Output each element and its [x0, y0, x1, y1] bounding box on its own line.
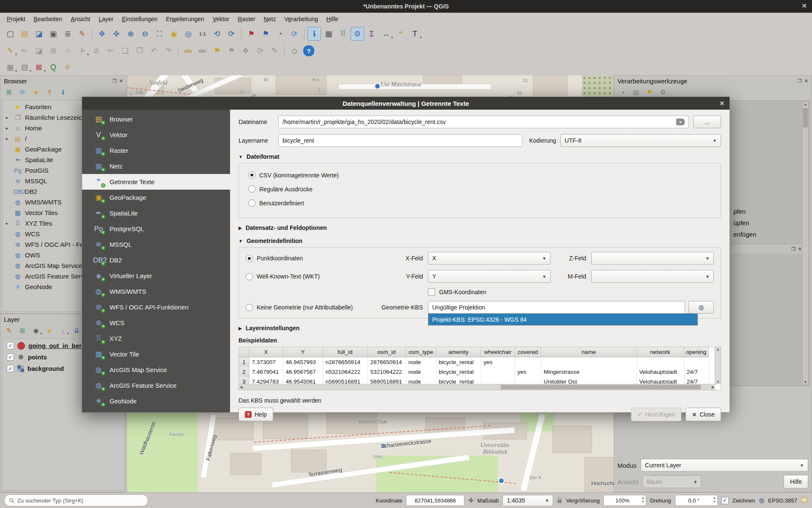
source-type-tab[interactable]: ≋ MSSQL — [82, 237, 230, 252]
menu-item[interactable]: Ansicht — [66, 14, 94, 25]
magnifier-spinbox[interactable]: 100% ▲▼ — [604, 495, 646, 506]
show-bookmarks-icon[interactable]: ⚑▾ — [259, 27, 272, 41]
record-options-section-header[interactable]: ▶ Datensatz- und Feldoptionen — [239, 224, 721, 231]
spinner-arrows-icon[interactable]: ▲▼ — [642, 496, 645, 503]
source-type-tab[interactable]: ◍ WMS/WMTS — [82, 284, 230, 299]
geometry-section-header[interactable]: ▼ Geometriedefinition — [239, 237, 721, 244]
float-panel-icon[interactable]: ❐ — [798, 78, 802, 84]
pan-to-selection-icon[interactable]: ✜▾ — [110, 27, 123, 41]
radio-icon[interactable] — [246, 255, 253, 262]
scroll-down-icon[interactable]: ▼ — [803, 380, 808, 384]
m-field-combobox[interactable]: ▼ — [591, 270, 714, 283]
change-label-icon[interactable]: ✎▾ — [268, 44, 281, 58]
menu-item[interactable]: Projekt — [3, 14, 30, 25]
close-panel-icon[interactable]: ✕ — [804, 78, 808, 84]
gms-option[interactable]: GMS-Koordinaten — [428, 288, 714, 295]
encoding-combobox[interactable]: UTF-8▼ — [560, 134, 721, 147]
scale-combobox[interactable]: 1:4035▼ — [502, 495, 553, 506]
radio-icon[interactable] — [246, 304, 253, 311]
menu-item[interactable]: Bearbeiten — [30, 14, 67, 25]
highlight-pinned-labels-icon[interactable]: ⚑▾ — [225, 44, 238, 58]
gms-checkbox[interactable] — [428, 288, 435, 295]
filter-legend-icon[interactable]: ▼▾ — [44, 325, 55, 337]
algorithm-item[interactable]: pfen — [733, 206, 756, 217]
save-project-icon[interactable]: ◪▾ — [32, 27, 46, 41]
zoom-native-icon[interactable]: 1:1▾ — [196, 27, 209, 41]
open-project-icon[interactable]: ▤▾ — [18, 27, 31, 41]
float-panel-icon[interactable]: ❐ — [791, 246, 796, 252]
layer-styling-icon[interactable]: ✎▾ — [3, 325, 15, 337]
zoom-out-icon[interactable]: ⊖▾ — [138, 27, 152, 41]
crs-dropdown-option[interactable]: Projekt-KBS: EPSG:4326 - WGS 84 — [428, 314, 697, 325]
menu-item[interactable]: Raster — [233, 14, 259, 25]
zoom-in-icon[interactable]: ⊕▾ — [124, 27, 137, 41]
table-column-header[interactable]: Y — [283, 347, 323, 357]
plugin-icon[interactable]: ◇▾ — [288, 44, 301, 58]
y-field-combobox[interactable]: Y▼ — [428, 270, 551, 283]
table-column-header[interactable]: osm_id — [368, 347, 406, 357]
messages-icon[interactable] — [801, 497, 808, 503]
select-crs-button[interactable]: ◍ — [689, 301, 714, 314]
properties-widget-icon[interactable]: ℹ — [57, 86, 69, 98]
source-type-tab[interactable]: ✳ GeoNode — [82, 393, 230, 409]
expander-icon[interactable]: ▸ — [6, 115, 8, 120]
rotate-label-icon[interactable]: ⟳▾ — [253, 44, 267, 58]
locator-search-input[interactable]: Zu suchender Typ (Strg+K) — [4, 494, 148, 506]
table-horizontal-scrollbar[interactable]: ◀ ▶ — [239, 384, 715, 390]
new-project-icon[interactable]: ▢▾ — [3, 27, 17, 41]
refresh-browser-icon[interactable]: ⟳ — [16, 86, 28, 98]
filter-by-expression-icon[interactable]: ε▾ — [57, 325, 69, 337]
current-edits-icon[interactable]: ✎▾ — [3, 44, 17, 58]
processing-toolbox-icon[interactable]: ⚙▾ — [351, 27, 364, 41]
lock-scale-icon[interactable] — [557, 497, 562, 503]
close-panel-icon[interactable]: ✕ — [119, 78, 123, 84]
table-column-header[interactable]: full_id — [323, 347, 368, 357]
table-column-header[interactable]: name — [541, 347, 636, 357]
source-type-tab[interactable]: DB2 DB2 — [82, 252, 230, 268]
scrollbar-thumb[interactable] — [803, 108, 808, 127]
source-type-tab[interactable]: ⊕ WCS — [82, 315, 230, 331]
add-group-icon[interactable]: ⊞▾ — [16, 325, 28, 337]
menu-item[interactable]: Netz — [260, 14, 280, 25]
expander-icon[interactable]: ▸ — [6, 126, 8, 130]
quickosm-icon[interactable]: Q▾ — [47, 61, 60, 74]
save-edits-icon[interactable]: ◪▾ — [32, 44, 46, 58]
source-type-tab[interactable]: ❞ Getrennte Texte — [82, 174, 230, 190]
browse-file-button[interactable]: ... — [693, 116, 721, 128]
close-button[interactable]: ✕ Close — [686, 408, 721, 421]
spinner-arrows-icon[interactable]: ▲▼ — [713, 496, 716, 503]
layer-settings-section-header[interactable]: ▶ Layereinstellungen — [239, 325, 721, 331]
source-type-tab[interactable]: ⊛ WFS / OGC API-Funktionen — [82, 299, 230, 315]
menu-item[interactable]: Einstellungen — [118, 14, 162, 25]
rotation-spinbox[interactable]: 0,0 ° ▲▼ — [675, 495, 718, 506]
source-type-tab[interactable]: V Vektor — [82, 127, 230, 143]
refresh-map-icon[interactable]: ⟳▾ — [288, 27, 301, 41]
pan-map-icon[interactable]: ✥▾ — [95, 27, 109, 41]
format-radio-option[interactable]: CSV (kommagetrennte Werte) — [248, 171, 714, 179]
zoom-next-icon[interactable]: ⟳▾ — [225, 27, 238, 41]
source-type-tab[interactable]: ◍ ArcGIS Feature Service — [82, 378, 230, 393]
z-field-combobox[interactable]: ▼ — [591, 252, 714, 265]
pin-labels-icon[interactable]: ⚑▾ — [210, 44, 224, 58]
source-type-tab[interactable]: ⠿ XYZ — [82, 331, 230, 346]
zoom-to-selection-icon[interactable]: ◉▾ — [167, 27, 181, 41]
scroll-left-icon[interactable]: ◀ — [240, 384, 242, 390]
scroll-right-icon[interactable]: ▶ — [712, 384, 714, 390]
table-vertical-scrollbar[interactable]: ▲ ▼ — [715, 347, 721, 384]
menu-item[interactable]: Vektor — [208, 14, 234, 25]
menu-item[interactable]: Hilfe — [322, 14, 343, 25]
scroll-down-icon[interactable]: ▼ — [715, 380, 721, 384]
identify-features-icon[interactable]: ℹ▾ — [307, 27, 321, 41]
processing-scrollbar[interactable]: ▲ ▼ — [802, 102, 809, 385]
float-panel-icon[interactable]: ❐ — [112, 78, 117, 84]
radio-icon[interactable] — [248, 171, 255, 179]
geometry-crs-combobox[interactable]: Ungültige Projektion — [428, 301, 685, 314]
scroll-up-icon[interactable]: ▲ — [715, 348, 721, 351]
table-column-header[interactable]: amenity — [436, 347, 481, 357]
select-by-form-icon[interactable]: ▧▾ — [18, 61, 31, 74]
add-record-icon[interactable]: ⊹▾ — [61, 44, 74, 58]
source-type-tab[interactable]: ▦ Vector Tile — [82, 346, 230, 362]
window-close-icon[interactable]: ✕ — [801, 2, 807, 10]
statistical-summary-icon[interactable]: ⠿▾ — [336, 27, 350, 41]
undo-icon[interactable]: ↶▾ — [147, 44, 161, 58]
